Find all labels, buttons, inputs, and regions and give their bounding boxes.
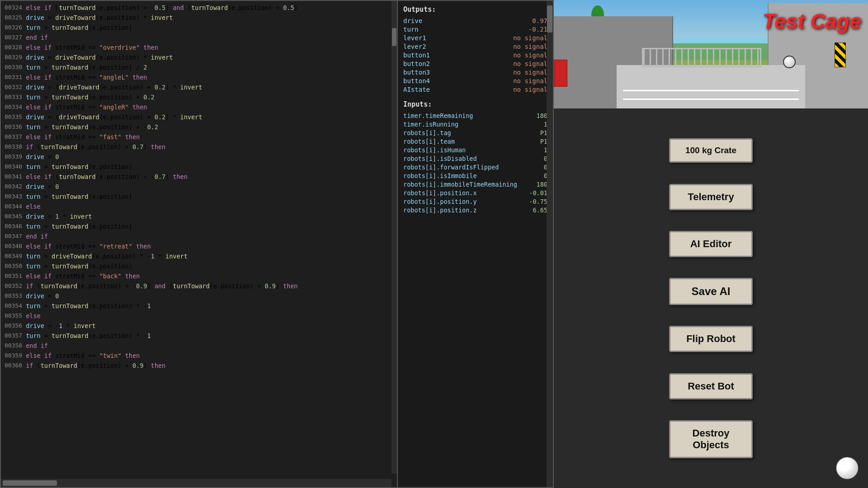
- code-content: 00324else if (turnToward(e.position) > -…: [1, 1, 397, 487]
- line-content: drive = 1 * invert: [26, 211, 92, 221]
- code-scrollbar-thumb[interactable]: [392, 28, 396, 46]
- code-line: 00325 drive = driveToward(e.position) * …: [1, 13, 397, 23]
- code-line: 00331 else if stratMid == "angleL" then: [1, 72, 397, 82]
- input-label: timer.timeRemaining: [403, 112, 473, 119]
- destroy-objects-button[interactable]: Destroy Objects: [669, 420, 753, 458]
- telemetry-button[interactable]: Telemetry: [669, 184, 753, 210]
- output-value: no signal: [513, 77, 547, 84]
- code-line: 00353 drive = 0: [1, 291, 397, 301]
- line-number: 00328: [1, 42, 26, 52]
- code-vertical-scrollbar[interactable]: [392, 1, 397, 474]
- line-content: turn = turnToward(e.position): [26, 221, 132, 231]
- line-number: 00324: [1, 3, 26, 13]
- line-number: 00348: [1, 241, 26, 251]
- output-label: drive: [403, 17, 439, 24]
- code-line: 00358 end if: [1, 341, 397, 351]
- output-value: 0.97: [532, 17, 547, 24]
- reset-bot-button[interactable]: Reset Bot: [669, 373, 753, 399]
- outputs-scrollbar[interactable]: [547, 1, 553, 487]
- output-label: button1: [403, 52, 439, 59]
- output-value: no signal: [513, 52, 547, 59]
- line-number: 00341: [1, 172, 26, 182]
- code-line: 00352 if (turnToward(e.position) > -0.9)…: [1, 281, 397, 291]
- code-line: 00347 end if: [1, 231, 397, 241]
- outputs-scrollbar-thumb[interactable]: [547, 5, 552, 33]
- output-row: turn-0.21: [403, 26, 547, 33]
- code-line: 00357 turn = turnToward(e.position) * -1: [1, 331, 397, 341]
- caution-post: [835, 42, 846, 67]
- line-number: 00358: [1, 341, 26, 351]
- input-label: robots[i].team: [403, 138, 455, 145]
- main-container: 00324else if (turnToward(e.position) > -…: [0, 0, 868, 488]
- code-line: 00360 if (turnToward(e.position) > 0.9) …: [1, 361, 397, 371]
- input-label: robots[i].position.x: [403, 189, 477, 197]
- input-row: robots[i].position.x-0.01: [403, 189, 547, 197]
- line-number: 00354: [1, 301, 26, 311]
- output-label: button4: [403, 77, 439, 84]
- red-car: [554, 60, 567, 87]
- line-content: else if stratMid == "twin" then: [26, 351, 140, 361]
- input-value: -0.75: [529, 198, 547, 205]
- code-line: 00356 drive = -1 * invert: [1, 321, 397, 331]
- code-line: 00355 else: [1, 311, 397, 321]
- line-content: end if: [26, 231, 48, 241]
- output-row: lever1no signal: [403, 34, 547, 42]
- code-line: 00349 turn = driveToward(e.position) * -…: [1, 251, 397, 261]
- code-line: 00328 else if stratMid == "overdrive" th…: [1, 42, 397, 52]
- crate-button[interactable]: 100 kg Crate: [669, 138, 753, 163]
- input-label: robots[i].immobileTimeRemaining: [403, 181, 517, 188]
- outputs-panel: Outputs: drive0.97turn-0.21lever1no sign…: [398, 0, 554, 488]
- output-label: lever2: [403, 43, 439, 50]
- line-number: 00332: [1, 82, 26, 92]
- line-content: drive = (driveToward(e.position) + 0.2) …: [26, 112, 202, 122]
- output-label: button3: [403, 69, 439, 76]
- input-label: robots[i].position.y: [403, 198, 477, 205]
- code-panel: 00324else if (turnToward(e.position) > -…: [0, 0, 398, 488]
- code-line: 00338 if (turnToward(e.position) > 0.7) …: [1, 142, 397, 152]
- code-line: 00340 turn = turnToward(e.position): [1, 162, 397, 172]
- line-content: turn = driveToward(e.position) * -1 * in…: [26, 251, 188, 261]
- line-number: 00326: [1, 23, 26, 33]
- input-row: timer.timeRemaining180: [403, 112, 547, 119]
- line-content: else if stratMid == "overdrive" then: [26, 42, 158, 52]
- code-hscrollbar-thumb[interactable]: [3, 480, 57, 486]
- line-number: 00360: [1, 361, 26, 371]
- code-line: 00345 drive = 1 * invert: [1, 211, 397, 221]
- output-row: button4no signal: [403, 77, 547, 84]
- line-content: turn = turnToward(e.position): [26, 23, 132, 33]
- line-content: drive = driveToward(e.position) * invert: [26, 13, 173, 23]
- line-number: 00338: [1, 142, 26, 152]
- code-line: 00351 else if stratMid == "back" then: [1, 271, 397, 281]
- line-content: else: [26, 202, 41, 211]
- line-content: else: [26, 311, 41, 321]
- line-content: else if stratMid == "back" then: [26, 271, 140, 281]
- code-line: 00332 drive = (driveToward(e.position) +…: [1, 82, 397, 92]
- line-content: end if: [26, 341, 48, 351]
- input-value: 6.65: [533, 206, 547, 214]
- output-row: drive0.97: [403, 17, 547, 24]
- output-label: AIstate: [403, 86, 439, 93]
- input-value: -0.01: [529, 189, 547, 197]
- flip-robot-button[interactable]: Flip Robot: [669, 326, 753, 352]
- input-row: robots[i].position.y-0.75: [403, 198, 547, 205]
- output-row: button3no signal: [403, 69, 547, 76]
- code-horizontal-scrollbar[interactable]: [1, 479, 392, 487]
- line-content: drive = 0: [26, 182, 59, 192]
- code-line: 00346 turn = turnToward(e.position): [1, 221, 397, 231]
- code-line: 00342 drive = 0: [1, 182, 397, 192]
- line-content: turn = turnToward(e.position) / 2: [26, 62, 147, 72]
- input-row: timer.isRunning1: [403, 121, 547, 128]
- line-number: 00355: [1, 311, 26, 321]
- input-row: robots[i].isDisabled0: [403, 155, 547, 162]
- line-content: turn = turnToward(e.position) * -1: [26, 301, 151, 311]
- line-content: turn = turnToward(e.position) + -0.2: [26, 122, 158, 132]
- line-number: 00352: [1, 281, 26, 291]
- line-number: 00340: [1, 162, 26, 172]
- line-number: 00353: [1, 291, 26, 301]
- code-line: 00324else if (turnToward(e.position) > -…: [1, 3, 397, 13]
- line-number: 00345: [1, 211, 26, 221]
- ai-editor-button[interactable]: AI Editor: [669, 231, 753, 257]
- input-row: robots[i].teamP1: [403, 138, 547, 145]
- save-ai-button[interactable]: Save AI: [669, 278, 753, 305]
- code-line: 00337 else if stratMid == "fast" then: [1, 132, 397, 142]
